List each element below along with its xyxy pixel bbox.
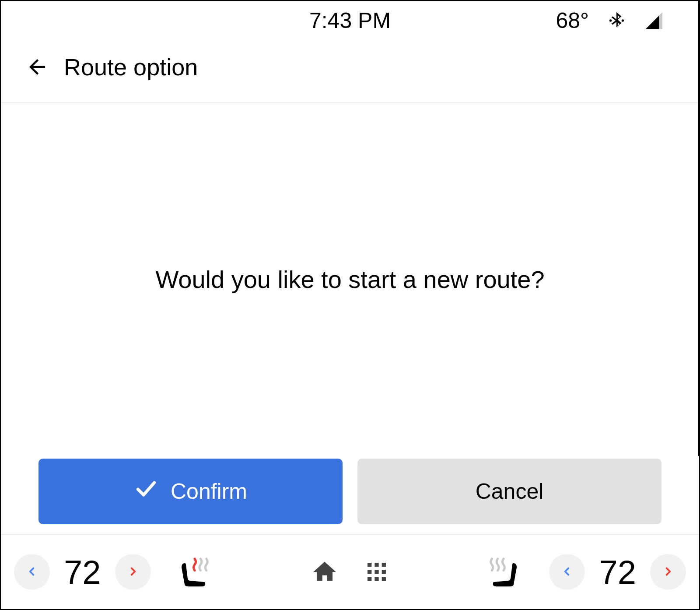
header-divider — [1, 102, 699, 103]
svg-rect-2 — [368, 563, 371, 567]
route-prompt-text: Would you like to start a new route? — [1, 265, 699, 294]
left-temp-down-button[interactable] — [14, 554, 50, 590]
center-nav-icons — [311, 558, 389, 585]
page-title: Route option — [64, 53, 198, 81]
dialog-button-row: Confirm Cancel — [1, 459, 699, 524]
right-climate-cluster: 72 — [486, 553, 686, 591]
left-seat-heat-button[interactable] — [177, 554, 212, 589]
chevron-right-icon — [662, 566, 674, 578]
svg-rect-10 — [382, 577, 386, 581]
status-right-cluster: 68° — [556, 8, 664, 33]
right-seat-heat-button[interactable] — [486, 554, 521, 589]
cancel-button[interactable]: Cancel — [357, 459, 662, 524]
home-icon — [311, 558, 338, 585]
chevron-right-icon — [127, 566, 139, 578]
back-button[interactable] — [25, 55, 49, 79]
right-temp-up-button[interactable] — [650, 554, 686, 590]
arrow-left-icon — [25, 55, 49, 79]
apps-grid-icon — [364, 560, 389, 584]
apps-grid-button[interactable] — [364, 560, 389, 584]
left-temp-up-button[interactable] — [115, 554, 151, 590]
cellular-signal-icon — [644, 11, 664, 31]
svg-rect-3 — [374, 563, 378, 567]
check-icon — [134, 477, 158, 506]
right-temp-value[interactable]: 72 — [591, 553, 644, 591]
confirm-button[interactable]: Confirm — [38, 459, 343, 524]
status-time: 7:43 PM — [309, 8, 391, 33]
page-header: Route option — [1, 40, 699, 102]
bluetooth-icon — [606, 11, 626, 31]
home-button[interactable] — [311, 558, 338, 585]
svg-point-0 — [609, 19, 612, 21]
chevron-left-icon — [561, 566, 573, 578]
seat-heat-right-icon — [486, 554, 521, 589]
status-bar: 7:43 PM 68° — [1, 1, 699, 40]
chevron-left-icon — [26, 566, 38, 578]
cancel-button-label: Cancel — [476, 479, 544, 504]
right-temp-down-button[interactable] — [549, 554, 585, 590]
svg-point-1 — [622, 19, 624, 21]
svg-rect-7 — [382, 570, 386, 574]
left-temp-value[interactable]: 72 — [56, 553, 109, 591]
svg-rect-9 — [374, 577, 378, 581]
outside-temperature: 68° — [556, 8, 589, 33]
confirm-button-label: Confirm — [171, 479, 247, 504]
seat-heat-left-icon — [177, 554, 212, 589]
svg-rect-6 — [374, 570, 378, 574]
left-temp-control: 72 — [14, 553, 151, 591]
climate-bar: 72 — [1, 534, 699, 609]
svg-rect-4 — [382, 563, 386, 567]
svg-rect-5 — [368, 570, 371, 574]
svg-rect-8 — [368, 577, 371, 581]
